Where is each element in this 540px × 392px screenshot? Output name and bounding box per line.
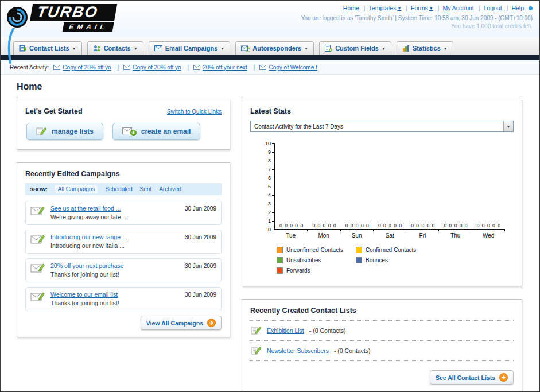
campaign-row[interactable]: See us at the retail food ... We're givi… [25,201,222,225]
chart-legend: Unconfirmed ContactsConfirmed ContactsUn… [277,247,514,278]
main-nav-tabs: Contact Lists▼ Contacts▼ Email Campaigns… [1,37,539,55]
nav-templates-link[interactable]: Templates▼ [369,5,408,11]
campaign-title-link[interactable]: See us at the retail food ... [50,205,180,212]
pencil-page-icon [251,326,262,335]
get-started-title: Let's Get Started [25,107,83,115]
switch-to-quick-links-link[interactable]: Switch to Quick Links [167,108,222,115]
envelope-icon [259,65,266,70]
y-axis-tick: 2 [268,209,274,215]
view-all-campaigns-button[interactable]: View All Campaigns [141,316,222,330]
stats-period-value: Contact Activity for the Last 7 Days [254,123,343,130]
recent-activity-item[interactable]: Copy of 20% off yo [123,64,189,71]
pencil-page-icon [251,346,262,355]
tab-contact-lists[interactable]: Contact Lists▼ [13,41,82,55]
tab-custom-fields[interactable]: Custom Fields▼ [319,41,391,55]
chevron-down-icon: ▼ [503,121,513,131]
envelope-icon [193,65,200,70]
campaign-row[interactable]: Welcome to our email list Thanks for joi… [25,287,222,311]
logo-sub-text: EMAIL [63,22,114,32]
envelope-icon [123,65,130,70]
create-email-button[interactable]: create an email [112,123,201,140]
contact-activity-chart: 109876543210 0 0 0 0 00 0 0 0 00 0 0 0 0… [261,143,514,239]
envelope-pencil-icon [30,234,45,244]
arrow-right-icon [499,373,508,382]
legend-swatch [277,257,283,263]
x-axis-label: Fri [406,230,439,239]
nav-help-link[interactable]: Help [511,5,524,11]
chart-bar-group: 0 0 0 0 0 [308,143,340,229]
contact-list-row[interactable]: Exhibition List - (0 Contacts) [250,321,514,341]
envelope-pencil-icon [30,291,45,302]
stats-period-select[interactable]: Contact Activity for the Last 7 Days ▼ [250,121,514,132]
chart-value-labels: 0 0 0 0 0 [308,223,340,228]
chart-value-labels: 0 0 0 0 0 [341,223,374,228]
logo-swoosh-tail-icon [6,28,17,64]
campaign-title-link[interactable]: 20% off your next purchase [50,262,180,269]
legend-label: Unconfirmed Contacts [286,247,343,253]
blue-indicator-dot [529,6,533,10]
chart-bar-group: 0 0 0 0 0 [406,143,439,229]
tab-label: Custom Fields [335,45,379,52]
custom-fields-icon [325,45,332,52]
manage-lists-button[interactable]: manage lists [26,123,103,140]
tab-label: Email Campaigns [165,45,218,52]
campaign-row[interactable]: 20% off your next purchase Thanks for jo… [25,258,222,282]
contact-lists-icon [19,45,26,52]
chart-bar-group: 0 0 0 0 0 [275,143,308,229]
campaign-title-link[interactable]: Welcome to our email list [50,291,180,298]
y-axis-tick: 6 [268,175,274,181]
nav-forms-link[interactable]: Forms▼ [411,5,439,11]
nav-home-link[interactable]: Home [343,5,366,11]
nav-my-account-link[interactable]: My Account [443,5,480,11]
recent-activity-item[interactable]: 20% off your next [193,64,255,71]
contact-list-row[interactable]: Newsletter Subscribers - (0 Contacts) [250,341,514,361]
legend-label: Bounces [366,257,388,263]
campaign-filter-bar: SHOW: All Campaigns Scheduled Sent Archi… [25,183,222,195]
x-axis-label: Thu [439,230,472,239]
filter-sent[interactable]: Sent [140,186,152,192]
recent-activity-bar: Recent Activity: Copy of 20% off yo Copy… [1,60,539,75]
latest-stats-panel: Latest Stats Contact Activity for the La… [242,100,522,286]
tab-email-campaigns[interactable]: Email Campaigns▼ [149,41,231,55]
chevron-down-icon: ▼ [304,46,308,51]
chart-y-axis: 109876543210 [261,143,274,230]
x-axis-label: Sun [340,230,373,239]
login-status-text: You are logged in as 'Timothy Smith' | S… [301,15,533,21]
chevron-down-icon: ▼ [134,46,138,51]
y-axis-tick: 9 [268,149,274,155]
filter-all-campaigns[interactable]: All Campaigns [55,185,98,193]
campaign-subtitle: Introducing our new Italia ... [50,242,180,249]
chart-value-labels: 0 0 0 0 0 [472,223,505,228]
logo-main-text: TURBO [30,4,118,21]
logo-swirl-icon [5,5,29,29]
chart-bar-group: 0 0 0 0 0 [374,143,406,229]
y-axis-tick: 5 [268,184,274,189]
tab-contacts[interactable]: Contacts▼ [87,41,143,55]
tab-autoresponders[interactable]: Autoresponders▼ [235,41,314,55]
y-axis-tick: 0 [268,227,274,232]
filter-archived[interactable]: Archived [159,186,181,192]
contact-list-link[interactable]: Exhibition List [267,327,304,334]
filter-scheduled[interactable]: Scheduled [105,186,132,192]
recent-activity-item[interactable]: Copy of 20% off yo [53,64,119,71]
tab-label: Statistics [413,45,441,52]
see-all-contact-lists-button[interactable]: See All Contact Lists [430,370,514,385]
tab-statistics[interactable]: Statistics▼ [397,41,453,55]
top-nav: Home Templates▼ Forms▼ My Account Logout… [301,5,533,11]
campaign-row[interactable]: Introducing our new range ... Introducin… [25,230,222,254]
chart-bar-group: 0 0 0 0 0 [341,143,374,229]
recent-campaigns-panel: Recently Edited Campaigns SHOW: All Camp… [17,162,230,337]
statistics-icon [402,45,410,52]
campaign-title-link[interactable]: Introducing our new range ... [50,234,180,240]
tab-label: Contacts [104,45,131,52]
chart-bar-group: 0 0 0 0 0 [472,143,505,229]
campaign-subtitle: We're giving away our late ... [50,214,180,220]
chart-plot: 0 0 0 0 00 0 0 0 00 0 0 0 00 0 0 0 00 0 … [274,143,505,230]
chevron-down-icon: ▼ [220,46,224,51]
nav-logout-link[interactable]: Logout [484,5,508,11]
contact-list-link[interactable]: Newsletter Subscribers [267,347,329,354]
recent-activity-item[interactable]: Copy of Welcome t [259,64,317,71]
legend-item: Forwards [277,267,356,274]
recent-campaigns-title: Recently Edited Campaigns [25,170,222,178]
recent-contact-lists-title: Recently Created Contact Lists [250,306,514,315]
